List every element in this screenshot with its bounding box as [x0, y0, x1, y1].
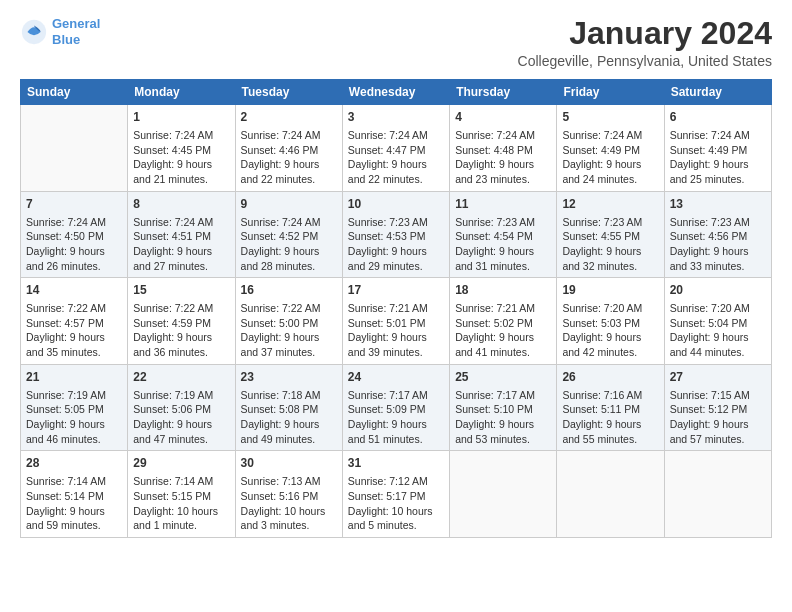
cell-text: Sunset: 5:08 PM: [241, 402, 337, 417]
calendar-cell: 31Sunrise: 7:12 AMSunset: 5:17 PMDayligh…: [342, 451, 449, 538]
week-row-3: 14Sunrise: 7:22 AMSunset: 4:57 PMDayligh…: [21, 278, 772, 365]
cell-text: Sunrise: 7:23 AM: [455, 215, 551, 230]
day-number: 9: [241, 196, 337, 213]
cell-text: Sunrise: 7:14 AM: [133, 474, 229, 489]
day-number: 12: [562, 196, 658, 213]
calendar-cell: 22Sunrise: 7:19 AMSunset: 5:06 PMDayligh…: [128, 364, 235, 451]
calendar-cell: 15Sunrise: 7:22 AMSunset: 4:59 PMDayligh…: [128, 278, 235, 365]
calendar-cell: 30Sunrise: 7:13 AMSunset: 5:16 PMDayligh…: [235, 451, 342, 538]
cell-text: Daylight: 9 hours: [562, 417, 658, 432]
day-number: 3: [348, 109, 444, 126]
calendar-header: SundayMondayTuesdayWednesdayThursdayFrid…: [21, 80, 772, 105]
cell-text: Daylight: 9 hours: [133, 244, 229, 259]
day-number: 28: [26, 455, 122, 472]
cell-text: Daylight: 9 hours: [26, 504, 122, 519]
cell-text: Sunrise: 7:22 AM: [241, 301, 337, 316]
day-number: 10: [348, 196, 444, 213]
cell-text: and 41 minutes.: [455, 345, 551, 360]
cell-text: and 23 minutes.: [455, 172, 551, 187]
cell-text: Sunset: 5:09 PM: [348, 402, 444, 417]
day-number: 8: [133, 196, 229, 213]
cell-text: Daylight: 9 hours: [133, 157, 229, 172]
cell-text: Sunrise: 7:24 AM: [241, 215, 337, 230]
calendar-cell: 18Sunrise: 7:21 AMSunset: 5:02 PMDayligh…: [450, 278, 557, 365]
cell-text: Sunrise: 7:22 AM: [133, 301, 229, 316]
cell-text: and 51 minutes.: [348, 432, 444, 447]
cell-text: Daylight: 9 hours: [241, 244, 337, 259]
cell-text: and 32 minutes.: [562, 259, 658, 274]
cell-text: Daylight: 9 hours: [133, 417, 229, 432]
cell-text: Sunrise: 7:24 AM: [670, 128, 766, 143]
cell-text: Daylight: 9 hours: [348, 330, 444, 345]
logo-line2: Blue: [52, 32, 80, 47]
calendar-cell: 1Sunrise: 7:24 AMSunset: 4:45 PMDaylight…: [128, 105, 235, 192]
cell-text: Sunset: 4:52 PM: [241, 229, 337, 244]
cell-text: Sunset: 5:03 PM: [562, 316, 658, 331]
day-number: 1: [133, 109, 229, 126]
cell-text: and 37 minutes.: [241, 345, 337, 360]
calendar-cell: 28Sunrise: 7:14 AMSunset: 5:14 PMDayligh…: [21, 451, 128, 538]
cell-text: and 26 minutes.: [26, 259, 122, 274]
cell-text: Sunset: 4:46 PM: [241, 143, 337, 158]
logo-text: General Blue: [52, 16, 100, 47]
cell-text: Sunrise: 7:24 AM: [455, 128, 551, 143]
cell-text: Sunset: 4:56 PM: [670, 229, 766, 244]
day-number: 27: [670, 369, 766, 386]
cell-text: and 46 minutes.: [26, 432, 122, 447]
day-number: 24: [348, 369, 444, 386]
cell-text: and 22 minutes.: [241, 172, 337, 187]
cell-text: Sunrise: 7:15 AM: [670, 388, 766, 403]
cell-text: and 24 minutes.: [562, 172, 658, 187]
cell-text: Sunset: 4:54 PM: [455, 229, 551, 244]
cell-text: Sunrise: 7:20 AM: [562, 301, 658, 316]
calendar-cell: 19Sunrise: 7:20 AMSunset: 5:03 PMDayligh…: [557, 278, 664, 365]
cell-text: Daylight: 9 hours: [670, 330, 766, 345]
page: General Blue January 2024 Collegeville, …: [0, 0, 792, 612]
cell-text: and 27 minutes.: [133, 259, 229, 274]
cell-text: Sunset: 5:10 PM: [455, 402, 551, 417]
cell-text: Daylight: 9 hours: [562, 157, 658, 172]
calendar-body: 1Sunrise: 7:24 AMSunset: 4:45 PMDaylight…: [21, 105, 772, 538]
day-number: 17: [348, 282, 444, 299]
cell-text: Daylight: 10 hours: [241, 504, 337, 519]
calendar-cell: 29Sunrise: 7:14 AMSunset: 5:15 PMDayligh…: [128, 451, 235, 538]
cell-text: Daylight: 9 hours: [241, 330, 337, 345]
cell-text: Sunrise: 7:22 AM: [26, 301, 122, 316]
cell-text: and 47 minutes.: [133, 432, 229, 447]
logo: General Blue: [20, 16, 100, 47]
calendar-cell: 6Sunrise: 7:24 AMSunset: 4:49 PMDaylight…: [664, 105, 771, 192]
cell-text: Sunrise: 7:17 AM: [455, 388, 551, 403]
col-header-thursday: Thursday: [450, 80, 557, 105]
cell-text: Daylight: 9 hours: [670, 157, 766, 172]
cell-text: Sunset: 4:50 PM: [26, 229, 122, 244]
cell-text: Sunrise: 7:23 AM: [670, 215, 766, 230]
calendar-cell: 4Sunrise: 7:24 AMSunset: 4:48 PMDaylight…: [450, 105, 557, 192]
day-number: 22: [133, 369, 229, 386]
cell-text: Sunrise: 7:24 AM: [562, 128, 658, 143]
cell-text: and 42 minutes.: [562, 345, 658, 360]
cell-text: Sunset: 5:00 PM: [241, 316, 337, 331]
day-number: 29: [133, 455, 229, 472]
cell-text: Daylight: 10 hours: [133, 504, 229, 519]
calendar-cell: 7Sunrise: 7:24 AMSunset: 4:50 PMDaylight…: [21, 191, 128, 278]
cell-text: Sunset: 5:06 PM: [133, 402, 229, 417]
cell-text: Daylight: 9 hours: [241, 157, 337, 172]
cell-text: Sunrise: 7:24 AM: [133, 215, 229, 230]
calendar-cell: 20Sunrise: 7:20 AMSunset: 5:04 PMDayligh…: [664, 278, 771, 365]
day-number: 18: [455, 282, 551, 299]
cell-text: Daylight: 9 hours: [670, 417, 766, 432]
calendar-table: SundayMondayTuesdayWednesdayThursdayFrid…: [20, 79, 772, 538]
day-number: 19: [562, 282, 658, 299]
title-block: January 2024 Collegeville, Pennsylvania,…: [518, 16, 772, 69]
calendar-cell: 5Sunrise: 7:24 AMSunset: 4:49 PMDaylight…: [557, 105, 664, 192]
cell-text: and 35 minutes.: [26, 345, 122, 360]
logo-icon: [20, 18, 48, 46]
cell-text: and 49 minutes.: [241, 432, 337, 447]
header-row: SundayMondayTuesdayWednesdayThursdayFrid…: [21, 80, 772, 105]
calendar-cell: 3Sunrise: 7:24 AMSunset: 4:47 PMDaylight…: [342, 105, 449, 192]
day-number: 26: [562, 369, 658, 386]
cell-text: Sunset: 4:57 PM: [26, 316, 122, 331]
calendar-cell: [557, 451, 664, 538]
cell-text: and 55 minutes.: [562, 432, 658, 447]
cell-text: and 53 minutes.: [455, 432, 551, 447]
